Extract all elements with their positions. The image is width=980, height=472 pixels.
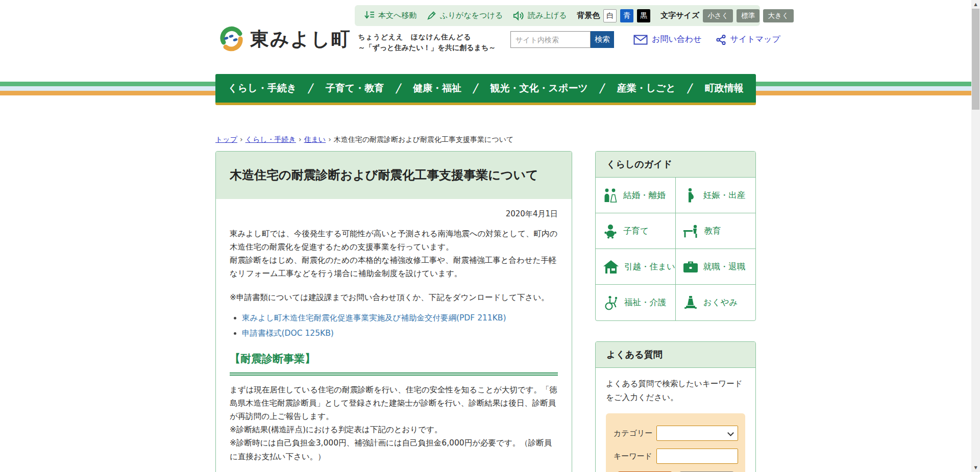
faq-keyword-label: キーワード	[614, 452, 656, 461]
sidebar: くらしのガイド 結婚・離婚	[595, 151, 756, 472]
header-utility-area: 検索 お問い合わせ サイトマップ	[510, 31, 780, 48]
guide-item-housing[interactable]: 引越・住まい	[596, 249, 676, 285]
section-note-2: ※診断時には自己負担金3,000円、補強計画には自己負担金6,000円が必要です…	[230, 436, 558, 463]
guide-item-label: 妊娠・出産	[703, 190, 746, 201]
scrollbar-up-arrow[interactable]: ▲	[971, 0, 980, 9]
nav-item-kosodate[interactable]: 子育て・教育	[326, 82, 384, 95]
bg-white-button[interactable]: 白	[603, 9, 617, 22]
nav-item-sangyo[interactable]: 産業・しごと	[617, 82, 676, 95]
scrollbar-thumb[interactable]	[972, 9, 979, 110]
life-guide-title: くらしのガイド	[596, 152, 755, 178]
main-navigation: くらし・手続き / 子育て・教育 / 健康・福祉 / 観光・文化・スポーツ / …	[215, 74, 756, 105]
guide-item-label: 就職・退職	[703, 261, 746, 272]
nav-item-chosei[interactable]: 町政情報	[705, 82, 744, 95]
bg-black-button[interactable]: 黒	[637, 9, 650, 22]
sitemap-link[interactable]: サイトマップ	[716, 34, 780, 45]
main-content: 木造住宅の耐震診断および耐震化工事支援事業について 2020年4月1日 東みよし…	[215, 151, 756, 472]
furigana-label: ふりがなをつける	[440, 11, 503, 20]
guide-item-childcare[interactable]: 子育て	[596, 213, 676, 249]
site-search-button[interactable]: 検索	[591, 31, 614, 48]
condolence-icon	[682, 295, 699, 310]
nav-separator: /	[472, 81, 479, 95]
site-tagline: ちょうどええ ほなけん住んどる ～「ずっと住みたい！」を共に創るまち～	[358, 33, 496, 53]
guide-item-welfare[interactable]: 福祉・介護	[596, 285, 676, 320]
bg-blue-button[interactable]: 青	[620, 9, 633, 22]
background-color-label: 背景色	[577, 11, 600, 20]
nav-separator: /	[395, 81, 402, 95]
site-logo[interactable]: 東みよし町 ちょうどええ ほなけん住んどる ～「ずっと住みたい！」を共に創るまち…	[218, 26, 496, 53]
read-aloud-link[interactable]: 読み上げる	[513, 11, 567, 21]
pencil-icon	[427, 11, 436, 20]
site-name: 東みよし町	[250, 27, 351, 52]
section-divider	[230, 372, 558, 376]
nav-item-kurashi[interactable]: くらし・手続き	[228, 82, 297, 95]
vertical-scrollbar: ▲ ▼	[971, 0, 980, 472]
font-size-label: 文字サイズ	[660, 11, 699, 20]
faq-keyword-row: キーワード	[614, 449, 738, 464]
nav-item-kenko[interactable]: 健康・福祉	[413, 82, 461, 95]
faq-body: よくある質問で検索したいキーワードをご入力ください。 カテゴリー キーワード	[596, 368, 755, 472]
guide-item-marriage[interactable]: 結婚・離婚	[596, 178, 676, 213]
download-link-pdf[interactable]: 東みよし町木造住宅耐震化促進事業実施及び補助金交付要綱(PDF 211KB)	[242, 313, 506, 322]
pregnancy-icon	[682, 188, 699, 203]
section-heading: 【耐震診断事業】	[230, 352, 558, 366]
skip-down-arrow-icon	[364, 10, 375, 21]
intro-paragraph-1: 東みよし町では、今後発生する可能性が高いと予測される南海地震への対策として、町内…	[230, 227, 558, 254]
font-larger-button[interactable]: 大きく	[763, 9, 793, 22]
breadcrumb-separator: ›	[328, 135, 331, 143]
application-note: ※申請書類については建設課までお問い合わせ頂くか、下記をダウンロードして下さい。	[230, 291, 558, 304]
scrollbar-down-arrow[interactable]: ▼	[971, 463, 980, 472]
publish-date: 2020年4月1日	[230, 209, 558, 219]
guide-item-label: 教育	[704, 226, 721, 237]
sitemap-label: サイトマップ	[730, 34, 780, 45]
nav-separator: /	[687, 81, 694, 95]
childcare-icon	[602, 223, 619, 239]
page-title: 木造住宅の耐震診断および耐震化工事支援事業について	[230, 167, 558, 183]
background-color-group: 背景色 白 青 黒	[577, 9, 650, 22]
life-guide-grid: 結婚・離婚 妊娠・出産	[596, 178, 755, 320]
breadcrumb-sumai-link[interactable]: 住まい	[304, 135, 326, 143]
employment-icon	[682, 259, 699, 275]
guide-item-employment[interactable]: 就職・退職	[676, 249, 755, 285]
faq-category-select[interactable]	[656, 426, 738, 441]
faq-panel: よくある質問 よくある質問で検索したいキーワードをご入力ください。 カテゴリー …	[595, 341, 756, 472]
font-standard-button[interactable]: 標準	[737, 9, 760, 22]
breadcrumb-kurashi-link[interactable]: くらし・手続き	[246, 135, 296, 143]
town-emblem-icon	[218, 26, 245, 53]
guide-item-pregnancy[interactable]: 妊娠・出産	[676, 178, 755, 213]
contact-link[interactable]: お問い合わせ	[633, 34, 702, 45]
furigana-link[interactable]: ふりがなをつける	[427, 11, 503, 20]
breadcrumb-separator: ›	[299, 135, 302, 143]
article-body: 2020年4月1日 東みよし町では、今後発生する可能性が高いと予測される南海地震…	[216, 199, 572, 472]
guide-item-label: おくやみ	[703, 297, 738, 308]
breadcrumb-separator: ›	[240, 135, 243, 143]
faq-category-label: カテゴリー	[614, 429, 656, 438]
skip-label: 本文へ移動	[378, 11, 416, 20]
welfare-icon	[602, 295, 620, 310]
faq-keyword-input[interactable]	[656, 449, 738, 464]
download-list-item: 申請書様式(DOC 125KB)	[242, 328, 558, 339]
font-smaller-button[interactable]: 小さく	[703, 9, 733, 22]
faq-search-form: カテゴリー キーワード 検索 ＞	[606, 413, 745, 472]
section-paragraph: まずは現在居住している住宅の耐震診断を行い、住宅の安全性を知ることが大切です。「…	[230, 383, 558, 423]
education-icon	[682, 223, 700, 239]
site-search-input[interactable]	[510, 31, 591, 48]
breadcrumb-top-link[interactable]: トップ	[215, 135, 237, 143]
skip-to-content-link[interactable]: 本文へ移動	[364, 10, 416, 21]
guide-item-label: 子育て	[623, 226, 649, 237]
guide-item-education[interactable]: 教育	[676, 213, 755, 249]
guide-item-label: 結婚・離婚	[623, 190, 666, 201]
guide-item-label: 引越・住まい	[624, 261, 675, 272]
speaker-icon	[513, 11, 524, 21]
tagline-line1: ちょうどええ ほなけん住んどる	[358, 33, 496, 42]
nav-item-kanko[interactable]: 観光・文化・スポーツ	[491, 82, 588, 95]
breadcrumb: トップ›くらし・手続き›住まい›木造住宅の耐震診断および耐震化工事支援事業につい…	[215, 135, 756, 144]
faq-category-select-wrap	[656, 426, 738, 441]
download-link-doc[interactable]: 申請書様式(DOC 125KB)	[242, 329, 334, 338]
sitemap-nodes-icon	[716, 35, 726, 45]
font-size-group: 文字サイズ 小さく 標準 大きく	[660, 9, 793, 22]
guide-item-condolence[interactable]: おくやみ	[676, 285, 755, 320]
download-list-item: 東みよし町木造住宅耐震化促進事業実施及び補助金交付要綱(PDF 211KB)	[242, 313, 558, 324]
accessibility-toolbar: 本文へ移動 ふりがなをつける 読み上げる 背景色 白 青 黒 文字サイズ 小さく…	[355, 5, 760, 26]
life-guide-panel: くらしのガイド 結婚・離婚	[595, 151, 756, 321]
